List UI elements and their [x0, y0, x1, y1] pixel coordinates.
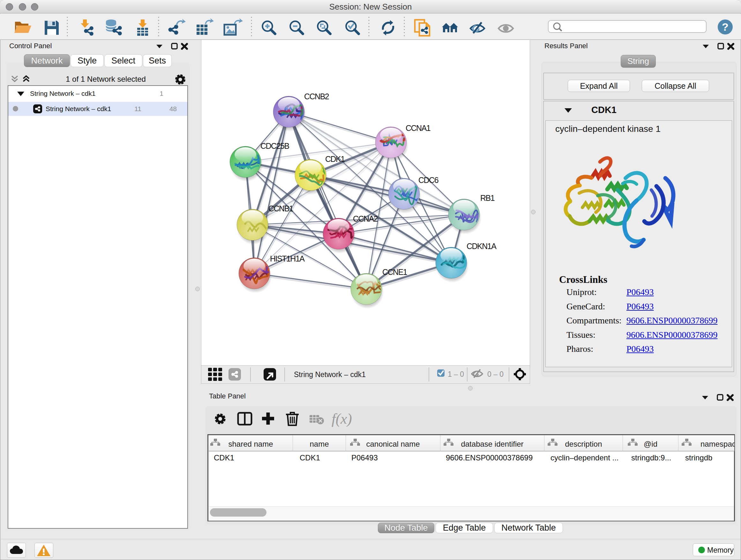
- svg-text:CDK1: CDK1: [325, 154, 345, 164]
- svg-text:String Network – cdk1: String Network – cdk1: [294, 370, 366, 379]
- svg-text:CCNE1: CCNE1: [382, 267, 407, 276]
- svg-text:CCNA1: CCNA1: [406, 124, 430, 132]
- svg-text:RB1: RB1: [480, 193, 495, 202]
- svg-text:CDKN1A: CDKN1A: [467, 242, 496, 251]
- svg-text:CCNB2: CCNB2: [304, 92, 329, 101]
- svg-text:CCNA2: CCNA2: [353, 214, 378, 223]
- svg-text:0 – 0: 0 – 0: [487, 370, 503, 378]
- svg-text:HIST1H1A: HIST1H1A: [270, 254, 305, 263]
- svg-text:CDC25B: CDC25B: [260, 141, 289, 150]
- svg-text:f(x): f(x): [332, 411, 352, 427]
- svg-text:CDC6: CDC6: [418, 176, 439, 185]
- svg-text:1 – 0: 1 – 0: [448, 370, 464, 378]
- svg-text:CCNB1: CCNB1: [268, 204, 293, 213]
